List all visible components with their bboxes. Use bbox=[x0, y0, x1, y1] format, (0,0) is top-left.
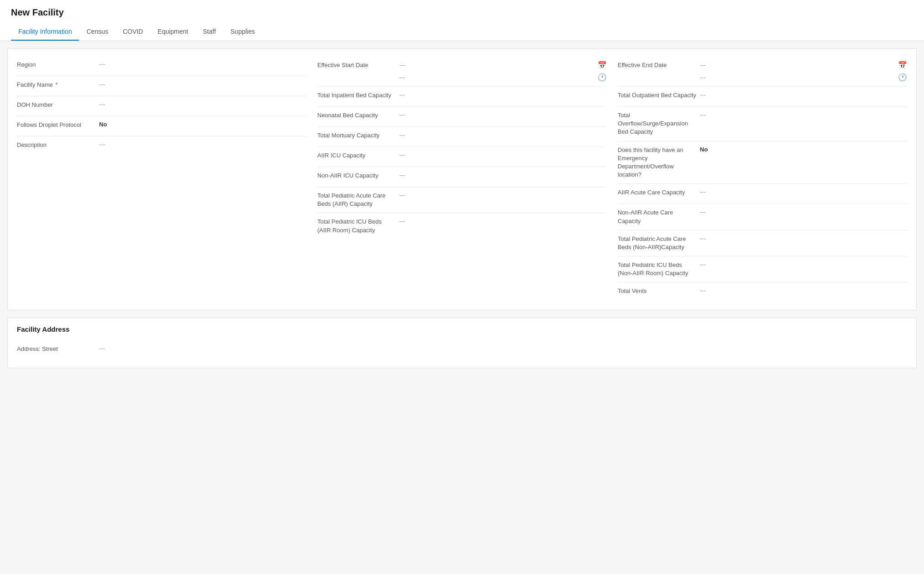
calendar-icon-end-date[interactable]: 📅 bbox=[898, 61, 907, 69]
label-droplet-protocol: Follows Droplet Protocol bbox=[17, 121, 99, 129]
field-doh-number: DOH Number --- bbox=[17, 96, 306, 116]
tab-staff[interactable]: Staff bbox=[195, 23, 223, 41]
tab-facility-information[interactable]: Facility Information bbox=[11, 23, 79, 41]
effective-start-date-row: Effective Start Date --- 📅 bbox=[317, 59, 607, 71]
value-pediatric-icu-aiir[interactable]: --- bbox=[399, 218, 607, 224]
label-aiir-icu: AIIR ICU Capacity bbox=[317, 151, 399, 160]
value-region[interactable]: --- bbox=[99, 61, 306, 68]
label-total-inpatient: Total Inpatient Bed Capacity bbox=[317, 91, 399, 99]
field-mortuary: Total Mortuary Capacity --- bbox=[317, 127, 607, 147]
tab-supplies[interactable]: Supplies bbox=[223, 23, 262, 41]
value-aiir-acute[interactable]: --- bbox=[700, 188, 907, 195]
field-total-outpatient: Total Outpatient Bed Capacity --- bbox=[618, 87, 907, 107]
value-description[interactable]: --- bbox=[99, 141, 306, 148]
calendar-icon-start-date[interactable]: 📅 bbox=[598, 61, 607, 69]
label-pediatric-aiir: Total Pediatric Acute Care Beds (AIIR) C… bbox=[317, 192, 399, 208]
left-column: Region --- Facility Name * --- DOH Numbe… bbox=[17, 56, 306, 303]
value-non-aiir-icu[interactable]: --- bbox=[399, 172, 607, 178]
field-pediatric-non-aiir: Total Pediatric Acute Care Beds (Non-AII… bbox=[618, 230, 907, 256]
end-date-input-wrap: --- 📅 bbox=[700, 61, 907, 69]
value-emergency-dept[interactable]: No bbox=[700, 146, 907, 153]
field-address-street: Address: Street --- bbox=[17, 340, 907, 360]
value-address-street[interactable]: --- bbox=[99, 345, 907, 352]
label-pediatric-non-aiir: Total Pediatric Acute Care Beds (Non-AII… bbox=[618, 235, 700, 251]
clock-icon-end[interactable]: 🕐 bbox=[898, 73, 907, 82]
effective-start-date-group: Effective Start Date --- 📅 --- 🕐 bbox=[317, 56, 607, 87]
value-non-aiir-acute[interactable]: --- bbox=[700, 209, 907, 215]
field-neonatal: Neonatal Bed Capacity --- bbox=[317, 107, 607, 127]
content-area: Region --- Facility Name * --- DOH Numbe… bbox=[0, 41, 924, 383]
field-non-aiir-icu: Non-AIIR ICU Capacity --- bbox=[317, 167, 607, 187]
clock-icon-start[interactable]: 🕐 bbox=[598, 73, 607, 82]
start-time-value[interactable]: --- bbox=[399, 74, 405, 81]
end-time-wrap: --- 🕐 bbox=[700, 73, 907, 82]
middle-column: Effective Start Date --- 📅 --- 🕐 bbox=[317, 56, 607, 303]
tab-bar: Facility Information Census COVID Equipm… bbox=[11, 23, 913, 41]
value-neonatal[interactable]: --- bbox=[399, 111, 607, 118]
value-doh-number[interactable]: --- bbox=[99, 101, 306, 108]
label-total-vents: Total Vents bbox=[618, 287, 700, 295]
start-date-value[interactable]: --- bbox=[399, 62, 405, 68]
field-description: Description --- bbox=[17, 136, 306, 157]
effective-end-time-row: --- 🕐 bbox=[618, 71, 907, 83]
value-facility-name[interactable]: --- bbox=[99, 81, 306, 88]
label-non-aiir-icu: Non-AIIR ICU Capacity bbox=[317, 172, 399, 180]
label-facility-name: Facility Name * bbox=[17, 81, 99, 89]
page-title: New Facility bbox=[11, 7, 913, 18]
start-date-input-wrap: --- 📅 bbox=[399, 61, 607, 69]
effective-end-date-row: Effective End Date --- 📅 bbox=[618, 59, 907, 71]
value-droplet-protocol[interactable]: No bbox=[99, 121, 306, 128]
value-total-outpatient[interactable]: --- bbox=[700, 91, 907, 98]
label-description: Description bbox=[17, 141, 99, 149]
label-pediatric-icu-non-aiir: Total Pediatric ICU Beds (Non-AIIR Room)… bbox=[618, 261, 700, 277]
end-date-value[interactable]: --- bbox=[700, 62, 706, 68]
tab-equipment[interactable]: Equipment bbox=[150, 23, 195, 41]
label-mortuary: Total Mortuary Capacity bbox=[317, 131, 399, 140]
label-neonatal: Neonatal Bed Capacity bbox=[317, 111, 399, 120]
label-effective-end-date: Effective End Date bbox=[618, 62, 700, 68]
field-total-vents: Total Vents --- bbox=[618, 282, 907, 303]
value-mortuary[interactable]: --- bbox=[399, 131, 607, 138]
field-droplet-protocol: Follows Droplet Protocol No bbox=[17, 116, 306, 136]
page-header: New Facility Facility Information Census… bbox=[0, 0, 924, 41]
tab-covid[interactable]: COVID bbox=[116, 23, 150, 41]
label-emergency-dept: Does this facility have an Emergency Dep… bbox=[618, 146, 700, 179]
facility-info-card: Region --- Facility Name * --- DOH Numbe… bbox=[7, 48, 917, 310]
label-doh-number: DOH Number bbox=[17, 101, 99, 109]
field-non-aiir-acute: Non-AIIR Acute Care Capacity --- bbox=[618, 204, 907, 230]
effective-end-date-group: Effective End Date --- 📅 --- 🕐 bbox=[618, 56, 907, 87]
label-total-outpatient: Total Outpatient Bed Capacity bbox=[618, 91, 700, 99]
field-overflow-surge: Total Overflow/Surge/Expansion Bed Capac… bbox=[618, 107, 907, 141]
field-facility-name: Facility Name * --- bbox=[17, 76, 306, 96]
facility-address-card: Facility Address Address: Street --- bbox=[7, 318, 917, 368]
value-total-vents[interactable]: --- bbox=[700, 287, 907, 294]
label-region: Region bbox=[17, 61, 99, 69]
effective-start-time-row: --- 🕐 bbox=[317, 71, 607, 83]
facility-info-grid: Region --- Facility Name * --- DOH Numbe… bbox=[17, 56, 907, 303]
field-pediatric-icu-aiir: Total Pediatric ICU Beds (AIIR Room) Cap… bbox=[317, 213, 607, 239]
field-pediatric-aiir: Total Pediatric Acute Care Beds (AIIR) C… bbox=[317, 187, 607, 213]
start-time-wrap: --- 🕐 bbox=[399, 73, 607, 82]
tab-census[interactable]: Census bbox=[79, 23, 115, 41]
right-column: Effective End Date --- 📅 --- 🕐 bbox=[618, 56, 907, 303]
value-overflow-surge[interactable]: --- bbox=[700, 111, 907, 118]
label-aiir-acute: AIIR Acute Care Capacity bbox=[618, 188, 700, 197]
value-pediatric-aiir[interactable]: --- bbox=[399, 192, 607, 198]
value-pediatric-icu-non-aiir[interactable]: --- bbox=[700, 261, 907, 268]
label-pediatric-icu-aiir: Total Pediatric ICU Beds (AIIR Room) Cap… bbox=[317, 218, 399, 234]
field-aiir-icu: AIIR ICU Capacity --- bbox=[317, 147, 607, 167]
label-address-street: Address: Street bbox=[17, 345, 99, 353]
required-indicator: * bbox=[55, 81, 58, 88]
label-overflow-surge: Total Overflow/Surge/Expansion Bed Capac… bbox=[618, 111, 700, 136]
label-effective-start-date: Effective Start Date bbox=[317, 62, 399, 68]
facility-address-title: Facility Address bbox=[17, 325, 907, 333]
end-time-value[interactable]: --- bbox=[700, 74, 706, 81]
field-total-inpatient: Total Inpatient Bed Capacity --- bbox=[317, 87, 607, 107]
value-total-inpatient[interactable]: --- bbox=[399, 91, 607, 98]
field-aiir-acute: AIIR Acute Care Capacity --- bbox=[618, 184, 907, 204]
value-aiir-icu[interactable]: --- bbox=[399, 151, 607, 158]
field-emergency-dept: Does this facility have an Emergency Dep… bbox=[618, 141, 907, 184]
field-region: Region --- bbox=[17, 56, 306, 76]
label-non-aiir-acute: Non-AIIR Acute Care Capacity bbox=[618, 209, 700, 225]
value-pediatric-non-aiir[interactable]: --- bbox=[700, 235, 907, 242]
